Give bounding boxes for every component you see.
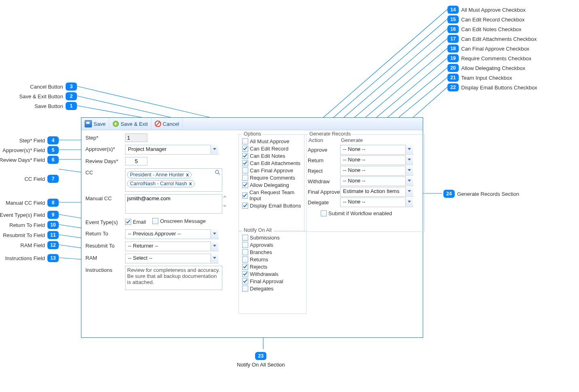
- genrec-row: Delegate-- None --: [308, 197, 421, 207]
- notify-legend: Notify On All: [242, 227, 273, 233]
- genrec-select[interactable]: -- None --: [340, 197, 413, 207]
- remove-tag-icon[interactable]: x: [189, 181, 192, 186]
- generate-records-group: Generate Records Action Generate Approve…: [304, 134, 425, 232]
- callout-badge: 14: [447, 6, 459, 14]
- options-checkbox-0[interactable]: All Must Approve: [242, 138, 303, 144]
- cc-tag[interactable]: CarrolNash - Carrol Nashx: [127, 180, 195, 187]
- generate-records-legend: Generate Records: [308, 131, 352, 137]
- options-checkbox-4[interactable]: Can Final Approve: [242, 167, 303, 174]
- callout-badge: 3: [66, 83, 77, 91]
- callout-badge: 6: [47, 156, 59, 164]
- callout-badge: 11: [47, 231, 59, 239]
- callout-badge: 9: [47, 211, 59, 219]
- callout-label: Save Button: [34, 103, 63, 109]
- callout-label: Save & Exit Button: [19, 93, 63, 100]
- notify-checkbox-2[interactable]: Branches: [242, 249, 303, 255]
- submit-if-workflow-checkbox[interactable]: Submit if Workflow enabled: [321, 210, 392, 216]
- step-label: Step*: [85, 133, 125, 141]
- search-icon[interactable]: [215, 170, 220, 176]
- callout-label: Allow Delegating Checkbox: [461, 65, 525, 71]
- genrec-action-label: Approve: [308, 147, 340, 153]
- callout-label: Manual CC Field: [6, 200, 45, 206]
- resubmit-to-select[interactable]: -- Returner --: [125, 242, 218, 251]
- callout-label: Approver(s)* Field: [2, 147, 45, 153]
- cc-input[interactable]: President - Anne Hunterx CarrolNash - Ca…: [125, 168, 222, 192]
- save-exit-icon: [113, 121, 119, 127]
- review-days-input[interactable]: [125, 157, 147, 165]
- genrec-select[interactable]: -- None --: [340, 166, 413, 176]
- genrec-select[interactable]: -- None --: [340, 176, 413, 186]
- chevron-down-icon: [405, 155, 413, 164]
- chevron-down-icon: [405, 166, 413, 175]
- genrec-action-label: Reject: [308, 168, 340, 174]
- manual-cc-input[interactable]: jsmith@acme.com: [125, 194, 222, 214]
- notify-checkbox-3[interactable]: Returns: [242, 256, 303, 263]
- callout-label: Can Edit Notes Checkbox: [461, 26, 522, 32]
- ram-label: RAM: [85, 254, 125, 261]
- chevron-down-icon: [405, 187, 413, 196]
- approvers-select[interactable]: Project Manager: [125, 145, 218, 155]
- remove-tag-icon[interactable]: x: [186, 172, 189, 178]
- callout-badge: 19: [447, 54, 459, 62]
- callout-label: RAM Field: [20, 242, 45, 248]
- step-input[interactable]: [125, 133, 147, 142]
- callout-label: Instructions Field: [5, 255, 45, 261]
- return-to-label: Return To: [85, 229, 125, 237]
- options-checkbox-5[interactable]: Require Comments: [242, 175, 303, 181]
- notify-checkbox-6[interactable]: Final Approval: [242, 278, 303, 284]
- cc-tag[interactable]: President - Anne Hunterx: [127, 171, 192, 178]
- resubmit-to-label: Resubmit To: [85, 242, 125, 249]
- save-exit-button[interactable]: Save & Exit: [109, 118, 151, 130]
- event-email-checkbox[interactable]: Email: [125, 219, 146, 225]
- callout-label: Return To Field: [9, 222, 45, 228]
- options-checkbox-1[interactable]: Can Edit Record: [242, 146, 303, 152]
- callout-badge: 7: [47, 175, 59, 183]
- callout-label: Cancel Button: [30, 84, 63, 90]
- callout-badge: 13: [47, 254, 59, 262]
- genrec-action-label: Delegate: [308, 199, 340, 206]
- options-checkbox-8[interactable]: Display Email Buttons: [242, 203, 303, 209]
- instructions-label: Instructions: [85, 266, 125, 273]
- event-onscreen-checkbox[interactable]: Onscreen Message: [152, 218, 206, 224]
- workflow-step-panel: Save Save & Exit Cancel Step* Approver(s…: [81, 117, 423, 338]
- notify-group: Notify On All SubmissionsApprovalsBranch…: [238, 231, 307, 314]
- genrec-select[interactable]: -- None --: [340, 155, 413, 165]
- cancel-button[interactable]: Cancel: [151, 118, 183, 130]
- cancel-label: Cancel: [163, 121, 179, 127]
- return-to-select[interactable]: -- Previous Approver --: [125, 229, 218, 239]
- genrec-select[interactable]: -- None --: [340, 145, 413, 155]
- svg-line-28: [218, 173, 220, 175]
- save-button[interactable]: Save: [81, 118, 109, 130]
- callout-label: Display Email Buttons Checkbox: [461, 85, 537, 91]
- scroll-arrows-icon: [223, 195, 228, 208]
- chevron-down-icon: [405, 145, 413, 154]
- chevron-down-icon: [405, 176, 413, 185]
- notify-checkbox-7[interactable]: Delegates: [242, 286, 303, 292]
- genrec-select[interactable]: Estimate to Action Items Map: [340, 187, 413, 197]
- ram-select[interactable]: -- Select --: [125, 254, 218, 263]
- chevron-down-icon: [211, 145, 218, 154]
- notify-checkbox-1[interactable]: Approvals: [242, 242, 303, 248]
- notify-checkbox-0[interactable]: Submissions: [242, 235, 303, 241]
- instructions-input[interactable]: Review for completeness and accuracy. Be…: [125, 266, 222, 290]
- chevron-down-icon: [211, 242, 218, 250]
- callout-badge: 1: [66, 102, 77, 110]
- genrec-row: Reject-- None --: [308, 166, 421, 176]
- notify-checkbox-4[interactable]: Rejects: [242, 264, 303, 270]
- genrec-action-label: Final Approve: [308, 189, 340, 195]
- toolbar: Save Save & Exit Cancel: [81, 118, 423, 130]
- callout-badge: 16: [447, 25, 459, 33]
- chevron-down-icon: [211, 254, 218, 263]
- options-checkbox-2[interactable]: Can Edit Notes: [242, 153, 303, 159]
- callout-notify-section: 23 Notify On All Section: [237, 352, 285, 368]
- options-checkbox-6[interactable]: Allow Delegating: [242, 182, 303, 188]
- callout-label: Resubmit To Field: [3, 232, 45, 238]
- genrec-header-action: Action: [309, 137, 341, 143]
- callout-badge: 20: [447, 64, 459, 72]
- save-icon: [85, 120, 92, 127]
- callout-badge: 17: [447, 35, 459, 43]
- event-types-label: Event Type(s): [85, 218, 125, 225]
- notify-checkbox-5[interactable]: Withdrawals: [242, 271, 303, 277]
- options-checkbox-3[interactable]: Can Edit Attachments: [242, 160, 303, 166]
- options-checkbox-7[interactable]: Can Request Team Input: [242, 189, 303, 201]
